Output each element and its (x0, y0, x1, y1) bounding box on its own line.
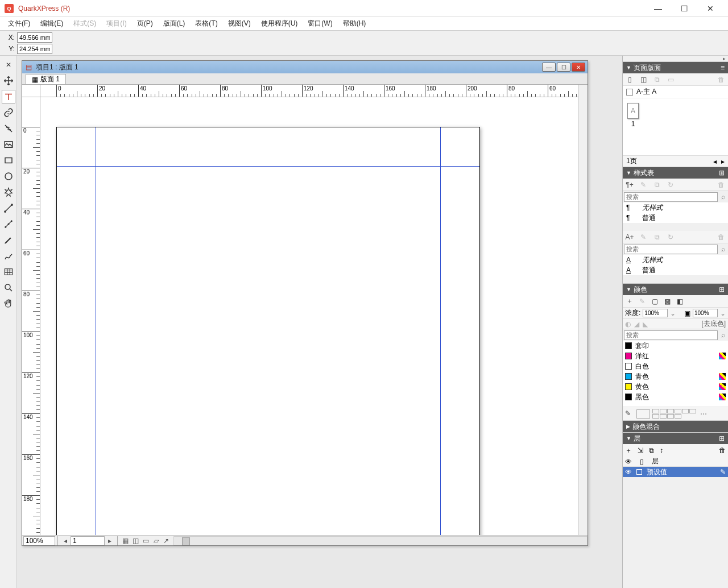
search-icon[interactable]: ⌕ (719, 331, 727, 339)
para-style-normal[interactable]: ¶普通 (623, 213, 728, 223)
dropdown-icon[interactable]: ⌄ (670, 309, 676, 317)
color-yellow[interactable]: 黄色 (623, 382, 728, 392)
blend-menu-icon[interactable]: ⋯ (700, 410, 707, 418)
opacity-input-1[interactable] (643, 309, 668, 317)
delete-style-icon[interactable]: 🗑 (717, 180, 726, 189)
new-layer-icon[interactable]: ＋ (625, 446, 632, 456)
menu-style[interactable]: 样式(S) (69, 17, 101, 30)
coord-y-input[interactable] (17, 44, 52, 54)
page-nav-prev-icon[interactable]: ◂ (713, 158, 717, 165)
page-next-icon[interactable]: ▸ (105, 536, 114, 545)
layer-default[interactable]: 👁 预设值 ✎ (623, 467, 728, 477)
current-color-swatch[interactable] (636, 409, 650, 419)
oval-tool[interactable] (2, 169, 15, 183)
section-icon[interactable]: ▭ (666, 75, 675, 84)
new-para-style-icon[interactable]: ¶+ (625, 180, 634, 189)
panel-menu-icon[interactable]: ≡ (721, 64, 725, 72)
view-mode-4-icon[interactable]: ▱ (151, 536, 160, 545)
layer-visible-icon[interactable]: 👁 (625, 468, 632, 476)
panel-header-styles[interactable]: ▼ 样式表 ⊞ (623, 167, 728, 179)
starburst-tool[interactable] (2, 185, 15, 199)
page-nav-next-icon[interactable]: ▸ (721, 158, 725, 165)
eyedropper-icon[interactable]: ✎ (625, 409, 634, 419)
freehand-tool[interactable] (2, 249, 15, 263)
new-char-style-icon[interactable]: A+ (625, 233, 634, 242)
text-color-icon[interactable]: ◧ (675, 297, 684, 306)
opacity-input-2[interactable] (693, 309, 718, 317)
style-search-input[interactable] (624, 192, 718, 202)
scrollbar-horizontal[interactable] (173, 536, 588, 545)
menu-file[interactable]: 文件(F) (3, 17, 35, 30)
panel-options-icon[interactable]: ⊞ (719, 169, 725, 177)
page[interactable] (56, 127, 480, 535)
fill-color-icon[interactable]: ▩ (663, 297, 672, 306)
char-style-search-input[interactable] (624, 245, 718, 254)
zoom-tool[interactable] (2, 281, 15, 295)
menu-item[interactable]: 项目(I) (102, 17, 131, 30)
update-style-icon[interactable]: ↻ (666, 180, 675, 189)
dup-char-style-icon[interactable]: ⧉ (652, 233, 661, 242)
ruler-vertical[interactable]: 020406080100120140160180200 (22, 97, 40, 536)
update-char-style-icon[interactable]: ↻ (666, 233, 675, 242)
page-prev-icon[interactable]: ◂ (61, 536, 70, 545)
view-mode-1-icon[interactable]: ▦ (121, 536, 130, 545)
coord-x-input[interactable] (17, 32, 52, 43)
menu-page[interactable]: 页(P) (133, 17, 158, 30)
menu-edit[interactable]: 编辑(E) (36, 17, 68, 30)
menu-utilities[interactable]: 使用程序(U) (257, 17, 303, 30)
rectangle-tool[interactable] (2, 154, 15, 167)
menu-view[interactable]: 视图(V) (224, 17, 255, 30)
single-page-icon[interactable]: ▯ (625, 75, 634, 84)
view-mode-3-icon[interactable]: ▭ (141, 536, 150, 545)
bezier-tool[interactable] (2, 217, 15, 231)
panels-collapse-icon[interactable]: ▸ (723, 56, 726, 61)
panel-options-icon[interactable]: ⊞ (719, 285, 725, 293)
frame-color-icon[interactable]: ▢ (650, 297, 659, 306)
layout-tab[interactable]: ▦ 版面 1 (26, 74, 66, 84)
scrollbar-vertical[interactable] (578, 85, 588, 535)
dup-style-icon[interactable]: ⧉ (652, 180, 661, 189)
zoom-field[interactable]: 100% (23, 536, 55, 545)
picture-tool[interactable] (2, 138, 15, 151)
menu-layout[interactable]: 版面(L) (159, 17, 190, 30)
table-tool[interactable] (2, 265, 15, 279)
dropdown-icon[interactable]: ⌄ (720, 309, 726, 317)
layer-edit-icon[interactable]: ✎ (720, 468, 726, 476)
color-black[interactable]: 黑色 (623, 392, 728, 402)
ruler-origin[interactable] (22, 85, 40, 97)
edit-layer-icon[interactable]: ⧉ (649, 446, 654, 454)
document-titlebar[interactable]: ▤ 项目1 : 版面 1 — ☐ ✕ (22, 61, 588, 73)
doc-maximize-button[interactable]: ☐ (557, 63, 570, 72)
char-style-none[interactable]: A无样式 (623, 255, 728, 265)
menu-window[interactable]: 窗口(W) (303, 17, 337, 30)
color-magenta[interactable]: 洋红 (623, 351, 728, 361)
color-search-input[interactable] (624, 330, 718, 340)
delete-layer-icon[interactable]: 🗑 (719, 446, 726, 454)
opacity-target-icon[interactable]: ▣ (684, 309, 690, 317)
char-style-normal[interactable]: A普通 (623, 265, 728, 275)
menu-table[interactable]: 表格(T) (191, 17, 222, 30)
duplicate-page-icon[interactable]: ⧉ (652, 75, 661, 84)
gradient-ramp[interactable] (652, 409, 698, 419)
knockout-icon-2[interactable]: ◢ (634, 320, 639, 328)
move-tool[interactable] (2, 74, 15, 88)
close-toolbox-icon[interactable]: ✕ (2, 58, 15, 72)
unlink-tool[interactable] (2, 122, 15, 135)
color-cyan[interactable]: 青色 (623, 371, 728, 382)
panel-header-color-blend[interactable]: ▶ 颜色混合 (623, 421, 728, 432)
para-style-none[interactable]: ¶无样式 (623, 202, 728, 213)
line-tool[interactable] (2, 201, 15, 215)
window-maximize-button[interactable]: ☐ (671, 0, 697, 17)
doc-minimize-button[interactable]: — (542, 63, 556, 72)
pen-tool[interactable] (2, 233, 15, 247)
edit-style-icon[interactable]: ✎ (639, 180, 648, 189)
panel-header-page-layout[interactable]: ▼ 页面版面 ≡ (623, 62, 728, 73)
search-icon[interactable]: ⌕ (719, 245, 727, 253)
move-layer-icon[interactable]: ↕ (660, 446, 663, 454)
window-close-button[interactable]: ✕ (697, 0, 723, 17)
ruler-horizontal[interactable]: 020406080100120140160180200806040 (40, 85, 578, 97)
delete-char-style-icon[interactable]: 🗑 (717, 233, 726, 242)
menu-help[interactable]: 帮助(H) (338, 17, 371, 30)
link-tool[interactable] (2, 106, 15, 119)
facing-page-icon[interactable]: ◫ (639, 75, 648, 84)
